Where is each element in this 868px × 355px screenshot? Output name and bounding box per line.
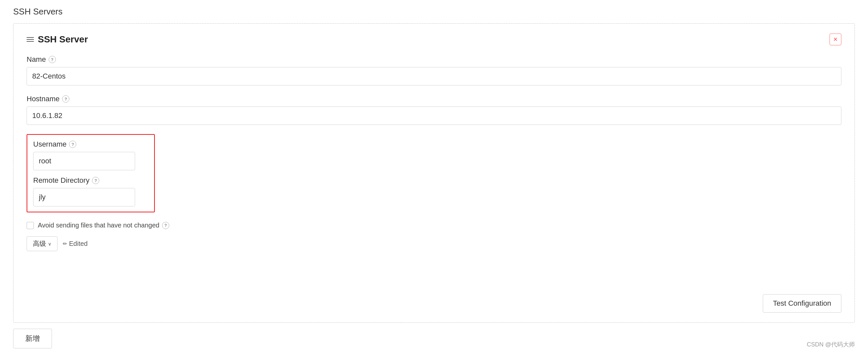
watermark: CSDN @代码大师 (807, 341, 855, 349)
pencil-icon: ✏ (63, 241, 67, 247)
avoid-sending-checkbox[interactable] (27, 222, 34, 229)
highlighted-box: Username ? Remote Directory ? (27, 134, 155, 212)
page-footer: 新增 (13, 323, 855, 349)
test-configuration-button[interactable]: Test Configuration (763, 294, 841, 313)
name-help-icon[interactable]: ? (49, 56, 56, 63)
avoid-sending-help-icon[interactable]: ? (162, 222, 169, 229)
name-input[interactable] (27, 67, 841, 86)
hostname-help-icon[interactable]: ? (62, 95, 69, 102)
remote-directory-section: Remote Directory ? (33, 176, 148, 206)
advanced-button[interactable]: 高级 ∨ (27, 236, 58, 251)
page-wrapper: SSH Servers SSH Server × Name ? (0, 0, 868, 355)
close-button[interactable]: × (830, 33, 841, 46)
avoid-sending-label: Avoid sending files that have not change… (38, 221, 169, 229)
hostname-input[interactable] (27, 107, 841, 125)
avoid-sending-row: Avoid sending files that have not change… (27, 221, 841, 229)
remote-directory-label: Remote Directory ? (33, 176, 148, 185)
edited-label: ✏ Edited (63, 240, 88, 247)
card-footer: Test Configuration (27, 294, 841, 313)
advanced-row: 高级 ∨ ✏ Edited (27, 236, 841, 251)
name-label: Name ? (27, 55, 841, 64)
card-header: SSH Server × (27, 33, 841, 46)
username-label: Username ? (33, 140, 148, 149)
remote-directory-input[interactable] (33, 188, 135, 206)
card-title-area: SSH Server (27, 34, 88, 45)
remote-directory-help-icon[interactable]: ? (92, 177, 99, 184)
add-button[interactable]: 新增 (13, 329, 52, 349)
page-title: SSH Servers (13, 7, 855, 17)
username-section: Username ? (33, 140, 148, 170)
hamburger-icon[interactable] (27, 37, 34, 42)
hostname-section: Hostname ? (27, 95, 841, 125)
name-section: Name ? (27, 55, 841, 86)
username-help-icon[interactable]: ? (69, 141, 76, 148)
card-title: SSH Server (38, 34, 88, 45)
highlighted-fields-wrapper: Username ? Remote Directory ? (27, 134, 841, 212)
ssh-server-card: SSH Server × Name ? Hostname ? (13, 23, 855, 323)
chevron-down-icon: ∨ (48, 241, 51, 246)
username-input[interactable] (33, 152, 135, 170)
hostname-label: Hostname ? (27, 95, 841, 103)
